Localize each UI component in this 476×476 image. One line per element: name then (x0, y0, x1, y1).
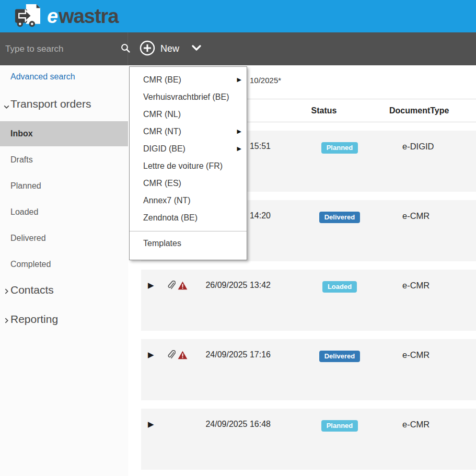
menu-item[interactable]: Lettre de voiture (FR) ▶ (130, 157, 247, 175)
sidebar-item-transport-orders[interactable]: Transport orders (10, 98, 91, 110)
attachment-icon (167, 281, 176, 292)
column-header-doctype: DocumentType (389, 106, 449, 115)
new-dropdown-menu: CMR (BE) ▶ Verhuisvrachtbrief (BE) ▶ CMR… (129, 66, 247, 260)
row-icons (167, 281, 191, 292)
status-badge: Planned (321, 142, 358, 154)
menu-item-label: Zendnota (BE) (143, 213, 198, 222)
expand-row-button[interactable]: ▶ (148, 280, 156, 291)
new-button[interactable]: New (140, 40, 201, 57)
plus-circle-icon (140, 40, 155, 57)
expand-row-button[interactable]: ▶ (148, 350, 156, 360)
brand-name-rest: wastra (59, 5, 118, 27)
menu-item[interactable]: CMR (BE) ▶ (130, 71, 247, 88)
status-badge: Planned (321, 420, 358, 432)
row-icons (167, 420, 191, 431)
menu-item-label: Verhuisvrachtbrief (BE) (143, 92, 229, 101)
sidebar-item-planned[interactable]: Planned (10, 181, 41, 191)
menu-item[interactable]: CMR (NL) ▶ (130, 106, 247, 123)
table-row[interactable]: ▶ 26/09/2025 13:42 Loaded e-CMR (141, 270, 476, 331)
status-badge: Delivered (319, 212, 361, 223)
search-zone (0, 32, 128, 65)
status-badge: Delivered (319, 351, 361, 362)
status-cell: Planned (303, 420, 376, 432)
status-cell: Delivered (303, 351, 376, 362)
menu-item-label: DIGID (BE) (143, 144, 185, 153)
attachment-icon (167, 350, 176, 362)
submenu-arrow-icon: ▶ (237, 140, 241, 157)
sidebar-item-loaded[interactable]: Loaded (10, 207, 38, 217)
column-header-status: Status (285, 106, 363, 115)
menu-item-label: CMR (NT) (143, 127, 181, 136)
sidebar: Advanced search Transport orders Inbox D… (0, 65, 128, 476)
row-date: 24/09/2025 17:16 (188, 350, 271, 359)
warning-icon (178, 281, 188, 292)
menu-item[interactable]: Annex7 (NT) ▶ (130, 192, 247, 209)
chevron-down-icon[interactable] (192, 45, 201, 53)
menu-item-label: Annex7 (NT) (143, 196, 191, 205)
row-date: 26/09/2025 13:42 (188, 281, 271, 290)
new-button-label: New (160, 43, 179, 54)
submenu-arrow-icon: ▶ (237, 71, 241, 88)
row-icons (167, 350, 191, 362)
status-badge: Loaded (322, 281, 357, 293)
chevron-down-icon[interactable] (3, 103, 9, 109)
chevron-right-icon[interactable] (3, 287, 9, 294)
menu-items-container: CMR (BE) ▶ Verhuisvrachtbrief (BE) ▶ CMR… (130, 71, 247, 226)
sidebar-item-advanced-search[interactable]: Advanced search (10, 72, 75, 82)
row-document-type: e-CMR (402, 211, 429, 221)
row-document-type: e-CMR (402, 281, 429, 291)
sidebar-item-drafts[interactable]: Drafts (10, 155, 33, 165)
menu-item-templates[interactable]: Templates (130, 231, 247, 256)
status-cell: Planned (303, 142, 376, 154)
row-document-type: e-DIGID (402, 142, 434, 152)
search-input[interactable] (5, 44, 121, 54)
brand-name: ewastra (47, 6, 119, 26)
sidebar-item-delivered[interactable]: Delivered (10, 234, 46, 243)
sidebar-item-contacts[interactable]: Contacts (10, 284, 54, 296)
brand-name-e: e (47, 5, 59, 27)
brand-logo: ewastra (15, 3, 119, 29)
expand-row-button[interactable]: ▶ (148, 419, 156, 429)
new-zone: New (128, 32, 201, 65)
menu-item[interactable]: Verhuisvrachtbrief (BE) ▶ (130, 88, 247, 106)
chevron-right-icon[interactable] (3, 317, 9, 323)
menu-item[interactable]: CMR (NT) ▶ (130, 123, 247, 140)
menu-item[interactable]: CMR (ES) ▶ (130, 175, 247, 192)
sidebar-item-inbox[interactable]: Inbox (0, 121, 128, 146)
menu-item-label: CMR (NL) (143, 110, 181, 119)
menu-item-label: Lettre de voiture (FR) (143, 161, 223, 170)
table-row[interactable]: ▶ 24/09/2025 16:48 Planned e-CMR (141, 409, 476, 470)
sidebar-item-completed[interactable]: Completed (10, 260, 51, 269)
row-document-type: e-CMR (402, 420, 429, 429)
menu-item[interactable]: Zendnota (BE) ▶ (130, 209, 247, 226)
warning-icon (178, 351, 188, 362)
menu-item-label: CMR (BE) (143, 75, 181, 84)
toolbar: New (0, 32, 476, 65)
row-date: 24/09/2025 16:48 (188, 420, 271, 429)
truck-logo-icon (15, 3, 42, 29)
menu-item[interactable]: DIGID (BE) ▶ (130, 140, 247, 157)
app-header: ewastra (0, 0, 476, 32)
row-document-type: e-CMR (402, 350, 429, 360)
date-note: 10/2025* (250, 76, 281, 85)
sidebar-item-reporting[interactable]: Reporting (10, 313, 58, 326)
menu-item-label: CMR (ES) (143, 179, 181, 188)
status-cell: Loaded (303, 281, 376, 293)
sidebar-item-inbox-label: Inbox (10, 121, 128, 146)
submenu-arrow-icon: ▶ (237, 123, 241, 140)
table-row[interactable]: ▶ 24/09/2025 17:16 Delivered e-CMR (141, 339, 476, 400)
status-cell: Delivered (303, 212, 376, 223)
